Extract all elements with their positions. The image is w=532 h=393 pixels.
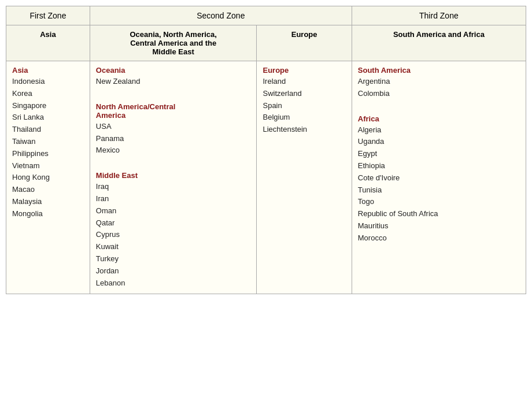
third-zone-header: Third Zone bbox=[352, 6, 526, 25]
country-vietnam: Vietnam bbox=[12, 160, 84, 172]
asia-region-label: Asia bbox=[12, 66, 84, 75]
country-cotedivoire: Cote d'Ivoire bbox=[358, 172, 520, 184]
country-tunisia: Tunisia bbox=[358, 184, 520, 196]
europe-region-label: Europe bbox=[263, 66, 345, 75]
southamerica-africa-data-cell: South America Argentina Colombia Africa … bbox=[352, 61, 526, 294]
country-togo: Togo bbox=[358, 196, 520, 208]
country-lebanon: Lebanon bbox=[96, 277, 251, 290]
country-ethiopia: Ethiopia bbox=[358, 160, 520, 172]
country-newzealand: New Zealand bbox=[96, 76, 251, 88]
country-jordan: Jordan bbox=[96, 265, 251, 277]
country-iraq: Iraq bbox=[96, 181, 251, 193]
oceania-subheader: Oceania, North America,Central America a… bbox=[90, 25, 257, 61]
country-belgium: Belgium bbox=[263, 112, 345, 124]
country-mongolia: Mongolia bbox=[12, 208, 84, 220]
europe-subheader: Europe bbox=[257, 25, 352, 61]
country-mauritius: Mauritius bbox=[358, 220, 520, 232]
country-singapore: Singapore bbox=[12, 100, 84, 112]
country-hongkong: Hong Kong bbox=[12, 172, 84, 184]
country-philippines: Philippines bbox=[12, 148, 84, 160]
africa-region-label: Africa bbox=[358, 114, 520, 123]
europe-data-cell: Europe Ireland Switzerland Spain Belgium… bbox=[257, 61, 352, 294]
country-indonesia: Indonesia bbox=[12, 76, 84, 88]
country-ireland: Ireland bbox=[263, 76, 345, 88]
country-taiwan: Taiwan bbox=[12, 136, 84, 148]
asia-subheader: Asia bbox=[6, 25, 90, 61]
northamerica-region-label: North America/CentralAmerica bbox=[96, 102, 251, 120]
country-thailand: Thailand bbox=[12, 124, 84, 136]
asia-data-cell: Asia Indonesia Korea Singapore Sri Lanka… bbox=[6, 61, 90, 294]
country-republicofsouthafrica: Republic of South Africa bbox=[358, 208, 520, 220]
country-argentina: Argentina bbox=[358, 76, 520, 88]
oceania-region-label: Oceania bbox=[96, 66, 251, 75]
country-mexico: Mexico bbox=[96, 144, 251, 157]
country-malaysia: Malaysia bbox=[12, 196, 84, 208]
country-colombia: Colombia bbox=[358, 88, 520, 100]
first-zone-header: First Zone bbox=[6, 6, 90, 25]
second-zone-header: Second Zone bbox=[90, 6, 352, 25]
country-iran: Iran bbox=[96, 193, 251, 205]
country-cyprus: Cyprus bbox=[96, 229, 251, 241]
country-macao: Macao bbox=[12, 184, 84, 196]
country-egypt: Egypt bbox=[358, 148, 520, 160]
country-qatar: Qatar bbox=[96, 217, 251, 229]
southamerica-africa-subheader: South America and Africa bbox=[352, 25, 526, 61]
country-liechtenstein: Liechtenstein bbox=[263, 124, 345, 136]
southamerica-region-label: South America bbox=[358, 66, 520, 75]
country-morocco: Morocco bbox=[358, 232, 520, 244]
country-korea: Korea bbox=[12, 88, 84, 100]
zones-table: First Zone Second Zone Third Zone Asia O… bbox=[6, 6, 526, 294]
country-algeria: Algeria bbox=[358, 124, 520, 136]
country-usa: USA bbox=[96, 121, 251, 133]
country-kuwait: Kuwait bbox=[96, 241, 251, 253]
country-uganda: Uganda bbox=[358, 136, 520, 148]
oceania-data-cell: Oceania New Zealand North America/Centra… bbox=[90, 61, 257, 294]
middleeast-region-label: Middle East bbox=[96, 171, 251, 180]
country-srilanka: Sri Lanka bbox=[12, 112, 84, 124]
country-panama: Panama bbox=[96, 133, 251, 145]
country-switzerland: Switzerland bbox=[263, 88, 345, 100]
country-turkey: Turkey bbox=[96, 253, 251, 265]
country-spain: Spain bbox=[263, 100, 345, 112]
country-oman: Oman bbox=[96, 205, 251, 217]
